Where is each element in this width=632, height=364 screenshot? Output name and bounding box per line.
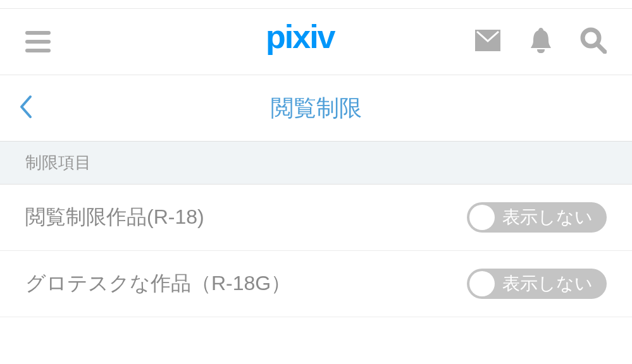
toggle-knob <box>469 205 495 230</box>
setting-row-r18g: グロテスクな作品（R-18G） 表示しない <box>0 251 632 317</box>
section-header: 制限項目 <box>0 141 632 185</box>
bell-icon[interactable] <box>530 27 552 57</box>
menu-icon[interactable] <box>25 31 51 52</box>
back-icon[interactable] <box>19 94 33 122</box>
toggle-text: 表示しない <box>502 205 593 229</box>
setting-label: グロテスクな作品（R-18G） <box>25 270 291 298</box>
logo[interactable]: pixiv <box>266 19 367 64</box>
page-title: 閲覧制限 <box>271 93 362 124</box>
search-icon[interactable] <box>580 27 607 56</box>
main-header: pixiv <box>0 9 632 75</box>
mail-icon[interactable] <box>474 28 502 55</box>
sub-header: 閲覧制限 <box>0 75 632 141</box>
toggle-knob <box>469 271 495 296</box>
setting-label: 閲覧制限作品(R-18) <box>25 203 204 231</box>
toggle-r18g[interactable]: 表示しない <box>467 269 607 299</box>
toggle-text: 表示しない <box>502 272 593 296</box>
svg-text:pixiv: pixiv <box>266 19 336 55</box>
toggle-r18[interactable]: 表示しない <box>467 202 607 233</box>
setting-row-r18: 閲覧制限作品(R-18) 表示しない <box>0 185 632 251</box>
svg-line-3 <box>597 44 605 52</box>
